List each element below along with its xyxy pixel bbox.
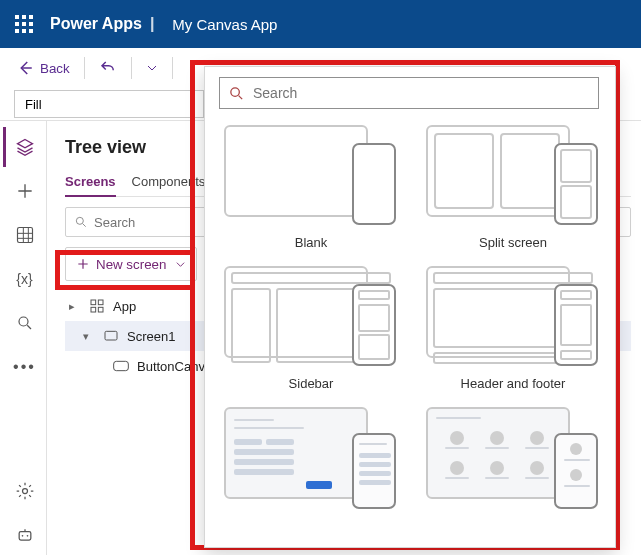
undo-icon — [99, 59, 117, 77]
template-label: Split screen — [479, 235, 547, 250]
search-icon — [74, 215, 88, 229]
template-thumb — [426, 125, 600, 229]
template-label: Blank — [295, 235, 328, 250]
separator — [172, 57, 173, 79]
layers-icon — [15, 137, 35, 157]
template-label: Sidebar — [289, 376, 334, 391]
chevron-down-icon — [175, 259, 186, 270]
app-icon — [89, 298, 105, 314]
svg-point-6 — [76, 217, 83, 224]
button-icon — [113, 360, 129, 372]
template-thumb — [426, 407, 600, 511]
expand-icon[interactable]: ▸ — [69, 300, 81, 313]
svg-rect-12 — [114, 361, 129, 370]
new-screen-button[interactable]: New screen — [65, 247, 197, 281]
collapse-icon[interactable]: ▾ — [83, 330, 95, 343]
bot-icon — [15, 525, 35, 545]
new-screen-label: New screen — [96, 257, 166, 272]
separator — [84, 57, 85, 79]
search-icon — [228, 85, 245, 102]
template-thumb — [224, 407, 398, 511]
template-extra-1[interactable] — [219, 407, 403, 521]
app-launcher-icon[interactable] — [8, 8, 40, 40]
separator — [131, 57, 132, 79]
svg-rect-11 — [105, 331, 117, 340]
svg-point-4 — [21, 535, 23, 537]
chevron-down-icon — [146, 62, 158, 74]
template-thumb — [224, 266, 398, 370]
arrow-left-icon — [16, 59, 34, 77]
title-separator: | — [150, 15, 154, 33]
rail-settings[interactable] — [3, 471, 43, 511]
plus-icon — [15, 181, 35, 201]
flyout-search[interactable] — [219, 77, 599, 109]
rail-search[interactable] — [3, 303, 43, 343]
tree-item-label: App — [113, 299, 136, 314]
svg-point-2 — [22, 489, 27, 494]
rail-more[interactable]: ••• — [3, 347, 43, 387]
plus-icon — [76, 257, 90, 271]
rail-variables[interactable]: {x} — [3, 259, 43, 299]
template-blank[interactable]: Blank — [219, 125, 403, 260]
gear-icon — [15, 481, 35, 501]
property-selector[interactable] — [14, 90, 204, 118]
undo-split-button[interactable] — [140, 53, 164, 83]
title-bar: Power Apps | My Canvas App — [0, 0, 641, 48]
undo-button[interactable] — [93, 53, 123, 83]
grid-icon — [15, 225, 35, 245]
template-thumb — [224, 125, 398, 229]
svg-point-5 — [26, 535, 28, 537]
template-sidebar[interactable]: Sidebar — [219, 266, 403, 401]
template-thumb — [426, 266, 600, 370]
svg-rect-7 — [91, 300, 96, 305]
svg-rect-8 — [98, 300, 103, 305]
rail-virtual-agent[interactable] — [3, 515, 43, 555]
search-icon — [16, 314, 34, 332]
back-button[interactable]: Back — [10, 53, 76, 83]
flyout-search-input[interactable] — [253, 85, 590, 101]
tab-components[interactable]: Components — [132, 168, 206, 196]
svg-rect-0 — [17, 228, 32, 243]
svg-point-13 — [231, 87, 240, 96]
svg-rect-10 — [98, 307, 103, 312]
rail-data[interactable] — [3, 215, 43, 255]
svg-rect-3 — [19, 532, 31, 540]
template-label: Header and footer — [461, 376, 566, 391]
rail-tree-view[interactable] — [3, 127, 43, 167]
tab-screens[interactable]: Screens — [65, 168, 116, 197]
template-extra-2[interactable] — [421, 407, 605, 521]
new-screen-flyout: Blank Split screen Sidebar — [204, 66, 616, 548]
back-label: Back — [40, 61, 70, 76]
screen-icon — [103, 328, 119, 344]
svg-rect-9 — [91, 307, 96, 312]
app-name-label: My Canvas App — [172, 16, 277, 33]
rail-insert[interactable] — [3, 171, 43, 211]
left-rail: {x} ••• — [0, 120, 46, 555]
svg-point-1 — [19, 317, 28, 326]
template-split-screen[interactable]: Split screen — [421, 125, 605, 260]
brand-label: Power Apps — [50, 15, 142, 33]
tree-item-label: Screen1 — [127, 329, 175, 344]
template-header-footer[interactable]: Header and footer — [421, 266, 605, 401]
